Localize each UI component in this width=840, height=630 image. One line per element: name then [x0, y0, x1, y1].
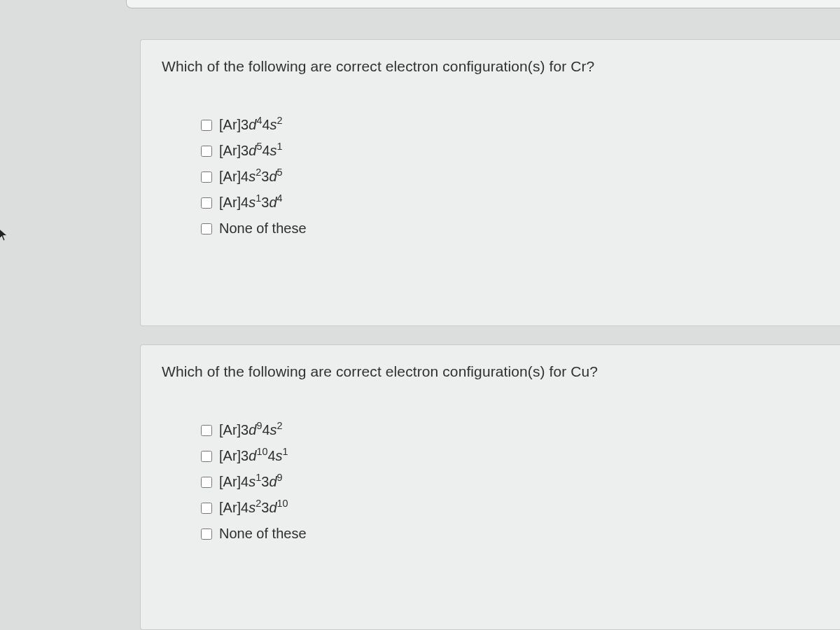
- option-checkbox[interactable]: [201, 223, 212, 234]
- options-list: [Ar]3d44s2 [Ar]3d54s1 [Ar]4s23d5 [Ar]4s1…: [201, 115, 819, 238]
- option-row[interactable]: [Ar]4s13d9: [201, 472, 819, 491]
- question-prompt: Which of the following are correct elect…: [162, 363, 819, 380]
- option-label: [Ar]4s13d9: [219, 472, 283, 491]
- option-checkbox[interactable]: [201, 451, 212, 462]
- option-checkbox[interactable]: [201, 120, 212, 131]
- option-row[interactable]: None of these: [201, 219, 819, 238]
- option-label: [Ar]3d104s1: [219, 447, 288, 465]
- option-checkbox[interactable]: [201, 146, 212, 157]
- option-row[interactable]: [Ar]3d54s1: [201, 141, 819, 160]
- option-row[interactable]: [Ar]4s23d5: [201, 167, 819, 186]
- question-card: Which of the following are correct elect…: [140, 344, 840, 630]
- window-chrome-fragment: [126, 0, 840, 8]
- option-row[interactable]: [Ar]3d94s2: [201, 421, 819, 440]
- option-label: [Ar]3d54s1: [219, 141, 283, 160]
- options-list: [Ar]3d94s2 [Ar]3d104s1 [Ar]4s13d9 [Ar]4s…: [201, 421, 819, 543]
- option-checkbox[interactable]: [201, 172, 212, 183]
- question-prompt: Which of the following are correct elect…: [162, 58, 819, 75]
- question-card: Which of the following are correct elect…: [140, 39, 840, 326]
- option-checkbox[interactable]: [201, 503, 212, 514]
- option-row[interactable]: None of these: [201, 524, 819, 543]
- option-label: [Ar]4s23d5: [219, 167, 283, 186]
- option-checkbox[interactable]: [201, 425, 212, 436]
- option-checkbox[interactable]: [201, 528, 212, 540]
- option-row[interactable]: [Ar]4s23d10: [201, 498, 819, 517]
- option-row[interactable]: [Ar]3d104s1: [201, 447, 819, 465]
- option-label: [Ar]4s23d10: [219, 498, 288, 517]
- option-checkbox[interactable]: [201, 477, 212, 488]
- option-label: None of these: [219, 524, 307, 543]
- option-label: None of these: [219, 219, 307, 238]
- option-row[interactable]: [Ar]4s13d4: [201, 193, 819, 212]
- cursor-icon: [0, 228, 8, 242]
- option-label: [Ar]3d94s2: [219, 421, 283, 440]
- option-row[interactable]: [Ar]3d44s2: [201, 115, 819, 134]
- option-label: [Ar]3d44s2: [219, 115, 283, 134]
- option-checkbox[interactable]: [201, 197, 212, 209]
- option-label: [Ar]4s13d4: [219, 193, 283, 212]
